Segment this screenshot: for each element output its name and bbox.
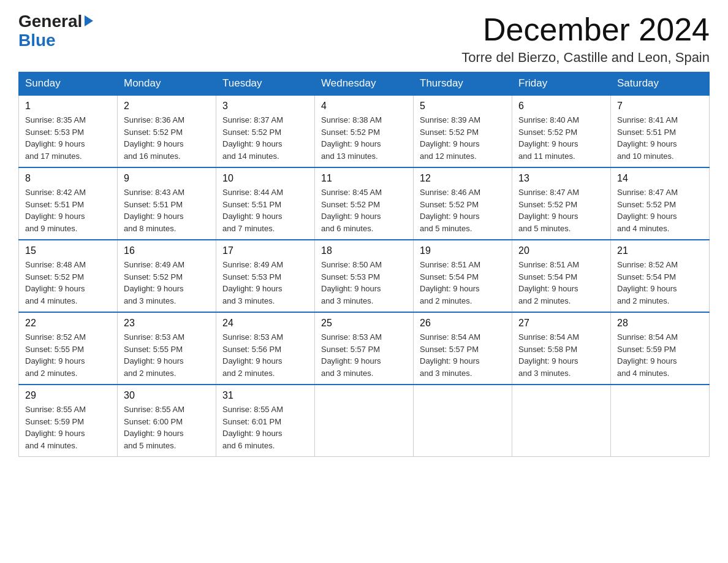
calendar-cell: [315, 385, 414, 457]
day-number: 14: [617, 173, 703, 184]
day-info: Sunrise: 8:55 AMSunset: 6:00 PMDaylight:…: [124, 404, 210, 451]
day-info: Sunrise: 8:55 AMSunset: 5:59 PMDaylight:…: [25, 404, 111, 451]
calendar-cell: 13Sunrise: 8:47 AMSunset: 5:52 PMDayligh…: [512, 167, 611, 240]
calendar-cell: 11Sunrise: 8:45 AMSunset: 5:52 PMDayligh…: [315, 167, 414, 240]
day-number: 28: [617, 318, 703, 329]
day-info: Sunrise: 8:49 AMSunset: 5:52 PMDaylight:…: [124, 259, 210, 307]
day-number: 18: [321, 245, 407, 256]
day-number: 23: [124, 318, 210, 329]
day-number: 24: [222, 318, 308, 329]
day-number: 7: [617, 101, 703, 112]
weekday-header-tuesday: Tuesday: [216, 72, 315, 96]
day-info: Sunrise: 8:52 AMSunset: 5:54 PMDaylight:…: [617, 259, 703, 307]
day-number: 1: [25, 101, 111, 112]
day-info: Sunrise: 8:50 AMSunset: 5:53 PMDaylight:…: [321, 259, 407, 307]
day-info: Sunrise: 8:41 AMSunset: 5:51 PMDaylight:…: [617, 114, 703, 162]
day-number: 22: [25, 318, 111, 329]
day-info: Sunrise: 8:47 AMSunset: 5:52 PMDaylight:…: [617, 186, 703, 234]
day-info: Sunrise: 8:39 AMSunset: 5:52 PMDaylight:…: [420, 114, 506, 162]
calendar-cell: 4Sunrise: 8:38 AMSunset: 5:52 PMDaylight…: [315, 95, 414, 167]
day-info: Sunrise: 8:53 AMSunset: 5:56 PMDaylight:…: [222, 331, 308, 379]
day-info: Sunrise: 8:54 AMSunset: 5:57 PMDaylight:…: [420, 331, 506, 379]
day-info: Sunrise: 8:36 AMSunset: 5:52 PMDaylight:…: [124, 114, 210, 162]
calendar-cell: 21Sunrise: 8:52 AMSunset: 5:54 PMDayligh…: [611, 240, 710, 312]
calendar-cell: 24Sunrise: 8:53 AMSunset: 5:56 PMDayligh…: [216, 312, 315, 385]
day-info: Sunrise: 8:53 AMSunset: 5:57 PMDaylight:…: [321, 331, 407, 379]
calendar-cell: 5Sunrise: 8:39 AMSunset: 5:52 PMDaylight…: [414, 95, 512, 167]
weekday-header-wednesday: Wednesday: [315, 72, 414, 96]
calendar-cell: 27Sunrise: 8:54 AMSunset: 5:58 PMDayligh…: [512, 312, 611, 385]
day-number: 8: [25, 173, 111, 184]
calendar-cell: 16Sunrise: 8:49 AMSunset: 5:52 PMDayligh…: [118, 240, 216, 312]
day-info: Sunrise: 8:46 AMSunset: 5:52 PMDaylight:…: [420, 186, 506, 234]
logo: General Blue: [18, 12, 93, 50]
logo-general: General: [18, 12, 93, 31]
day-number: 26: [420, 318, 506, 329]
weekday-header-row: SundayMondayTuesdayWednesdayThursdayFrid…: [19, 72, 710, 96]
day-info: Sunrise: 8:37 AMSunset: 5:52 PMDaylight:…: [222, 114, 308, 162]
logo-blue: Blue: [18, 31, 93, 50]
weekday-header-saturday: Saturday: [611, 72, 710, 96]
day-info: Sunrise: 8:48 AMSunset: 5:52 PMDaylight:…: [25, 259, 111, 307]
weekday-header-friday: Friday: [512, 72, 611, 96]
day-number: 6: [518, 101, 604, 112]
day-info: Sunrise: 8:43 AMSunset: 5:51 PMDaylight:…: [124, 186, 210, 234]
calendar-cell: 19Sunrise: 8:51 AMSunset: 5:54 PMDayligh…: [414, 240, 512, 312]
day-number: 2: [124, 101, 210, 112]
day-number: 12: [420, 173, 506, 184]
weekday-header-monday: Monday: [118, 72, 216, 96]
day-number: 17: [222, 245, 308, 256]
calendar-cell: 30Sunrise: 8:55 AMSunset: 6:00 PMDayligh…: [118, 385, 216, 457]
calendar-cell: 17Sunrise: 8:49 AMSunset: 5:53 PMDayligh…: [216, 240, 315, 312]
day-number: 25: [321, 318, 407, 329]
calendar-cell: 23Sunrise: 8:53 AMSunset: 5:55 PMDayligh…: [118, 312, 216, 385]
day-info: Sunrise: 8:53 AMSunset: 5:55 PMDaylight:…: [124, 331, 210, 379]
calendar-cell: 28Sunrise: 8:54 AMSunset: 5:59 PMDayligh…: [611, 312, 710, 385]
day-info: Sunrise: 8:42 AMSunset: 5:51 PMDaylight:…: [25, 186, 111, 234]
day-number: 3: [222, 101, 308, 112]
weekday-header-sunday: Sunday: [19, 72, 118, 96]
title-section: December 2024 Torre del Bierzo, Castille…: [461, 12, 710, 66]
day-number: 30: [124, 390, 210, 401]
location-title: Torre del Bierzo, Castille and Leon, Spa…: [461, 50, 710, 66]
day-number: 4: [321, 101, 407, 112]
day-number: 29: [25, 390, 111, 401]
calendar-cell: 2Sunrise: 8:36 AMSunset: 5:52 PMDaylight…: [118, 95, 216, 167]
calendar-cell: 20Sunrise: 8:51 AMSunset: 5:54 PMDayligh…: [512, 240, 611, 312]
calendar-cell: 26Sunrise: 8:54 AMSunset: 5:57 PMDayligh…: [414, 312, 512, 385]
calendar-cell: 7Sunrise: 8:41 AMSunset: 5:51 PMDaylight…: [611, 95, 710, 167]
calendar-cell: 12Sunrise: 8:46 AMSunset: 5:52 PMDayligh…: [414, 167, 512, 240]
day-number: 5: [420, 101, 506, 112]
calendar-week-row: 1Sunrise: 8:35 AMSunset: 5:53 PMDaylight…: [19, 95, 710, 167]
calendar-cell: 22Sunrise: 8:52 AMSunset: 5:55 PMDayligh…: [19, 312, 118, 385]
page-header: General Blue December 2024 Torre del Bie…: [18, 12, 710, 66]
calendar-week-row: 15Sunrise: 8:48 AMSunset: 5:52 PMDayligh…: [19, 240, 710, 312]
day-info: Sunrise: 8:51 AMSunset: 5:54 PMDaylight:…: [420, 259, 506, 307]
calendar-cell: 8Sunrise: 8:42 AMSunset: 5:51 PMDaylight…: [19, 167, 118, 240]
calendar-cell: 29Sunrise: 8:55 AMSunset: 5:59 PMDayligh…: [19, 385, 118, 457]
calendar-cell: 6Sunrise: 8:40 AMSunset: 5:52 PMDaylight…: [512, 95, 611, 167]
day-number: 31: [222, 390, 308, 401]
calendar-cell: 1Sunrise: 8:35 AMSunset: 5:53 PMDaylight…: [19, 95, 118, 167]
calendar-cell: 18Sunrise: 8:50 AMSunset: 5:53 PMDayligh…: [315, 240, 414, 312]
day-number: 27: [518, 318, 604, 329]
calendar-cell: 10Sunrise: 8:44 AMSunset: 5:51 PMDayligh…: [216, 167, 315, 240]
calendar-cell: [512, 385, 611, 457]
calendar-cell: 14Sunrise: 8:47 AMSunset: 5:52 PMDayligh…: [611, 167, 710, 240]
day-number: 21: [617, 245, 703, 256]
day-number: 20: [518, 245, 604, 256]
day-info: Sunrise: 8:45 AMSunset: 5:52 PMDaylight:…: [321, 186, 407, 234]
calendar-cell: 25Sunrise: 8:53 AMSunset: 5:57 PMDayligh…: [315, 312, 414, 385]
day-number: 16: [124, 245, 210, 256]
calendar-table: SundayMondayTuesdayWednesdayThursdayFrid…: [18, 72, 710, 457]
day-number: 15: [25, 245, 111, 256]
day-number: 11: [321, 173, 407, 184]
day-info: Sunrise: 8:54 AMSunset: 5:58 PMDaylight:…: [518, 331, 604, 379]
day-number: 19: [420, 245, 506, 256]
calendar-cell: [414, 385, 512, 457]
calendar-week-row: 8Sunrise: 8:42 AMSunset: 5:51 PMDaylight…: [19, 167, 710, 240]
calendar-week-row: 22Sunrise: 8:52 AMSunset: 5:55 PMDayligh…: [19, 312, 710, 385]
day-info: Sunrise: 8:55 AMSunset: 6:01 PMDaylight:…: [222, 404, 308, 451]
day-number: 10: [222, 173, 308, 184]
day-info: Sunrise: 8:44 AMSunset: 5:51 PMDaylight:…: [222, 186, 308, 234]
